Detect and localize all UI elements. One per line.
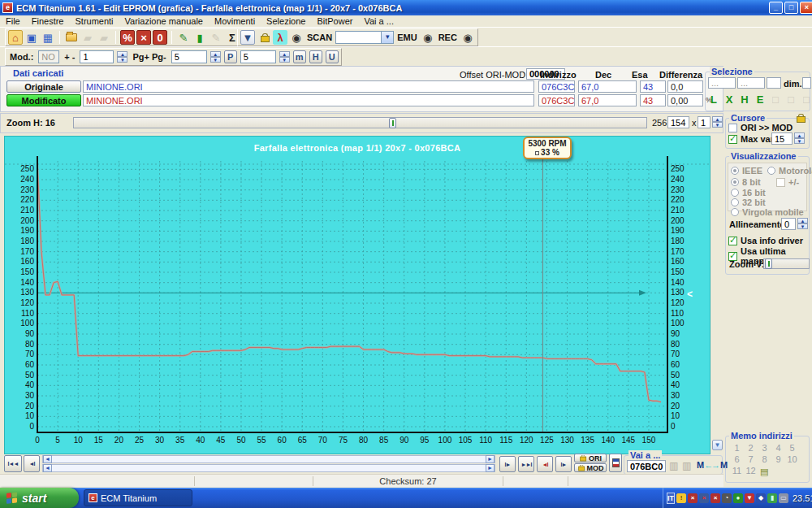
dim-field[interactable]	[802, 77, 811, 89]
menu-item-selezione[interactable]: Selezione	[261, 16, 311, 26]
battery-icon[interactable]: ▮	[767, 493, 777, 503]
emu-record-icon[interactable]: ◉	[421, 30, 435, 45]
edit-map-icon[interactable]: ✎	[176, 30, 191, 45]
step-forward-button[interactable]: I►	[499, 456, 516, 472]
p2-input[interactable]: 5	[240, 50, 276, 63]
restore-button[interactable]: □	[784, 2, 798, 14]
scroll-left-icon[interactable]: ◄	[43, 455, 52, 463]
zoomh-mult-spinner[interactable]: ▲▼	[712, 116, 723, 128]
allineamento-spinner[interactable]: ▲▼	[797, 218, 808, 229]
scheduler-icon[interactable]: ◔	[722, 493, 732, 503]
messenger-icon[interactable]: ◆	[756, 493, 766, 503]
select-h-icon[interactable]: H	[737, 92, 752, 106]
taskbar-item-ecm-titanium[interactable]: e ECM Titanium	[84, 489, 192, 506]
m-button[interactable]: m	[293, 50, 306, 63]
display-filter-icon[interactable]: ▼	[240, 30, 255, 45]
ori-mod-checkbox[interactable]	[728, 124, 737, 132]
go-first-button[interactable]: I◄◄	[4, 455, 22, 472]
ori-mod-checkbox-row[interactable]: ORI >> MOD	[728, 123, 793, 132]
pg-spinner[interactable]: ▲▼	[210, 51, 221, 63]
zoomv-slider[interactable]	[763, 258, 810, 269]
fast-forward-button[interactable]: ►►I	[518, 456, 534, 472]
selezione-count-field[interactable]	[767, 77, 781, 89]
alert-shield-icon[interactable]: !	[676, 493, 686, 503]
green-app-icon[interactable]: ●	[733, 493, 743, 503]
menu-item-variazione-manuale[interactable]: Variazione manuale	[119, 16, 209, 26]
stop-record-icon[interactable]: ◉	[289, 30, 304, 45]
monitor-x-icon[interactable]: ×	[699, 493, 709, 503]
map-chart-svg[interactable]: 0010102020303040405050606070708080909010…	[5, 137, 710, 454]
scroll-left-icon[interactable]: ◄	[43, 464, 52, 472]
zoomv-slider-thumb[interactable]	[765, 258, 772, 269]
chart-scroll-down-button[interactable]: ▼	[712, 440, 723, 450]
p-button[interactable]: P	[224, 50, 237, 63]
step-back-button[interactable]: ◄I	[537, 456, 553, 472]
menu-item-strumenti[interactable]: Strumenti	[69, 16, 119, 26]
max-var-checkbox-row[interactable]: Max var.	[728, 134, 775, 144]
scroll-right-icon[interactable]: ►	[486, 464, 495, 472]
scroll-right-icon[interactable]: ►	[486, 455, 495, 463]
flag-button[interactable]	[609, 454, 622, 472]
table-view-icon[interactable]: ▦	[41, 30, 55, 45]
originale-button[interactable]: Originale	[6, 80, 81, 93]
runner-icon[interactable]: λ	[273, 30, 287, 45]
vai-a-input[interactable]: 076BC0	[627, 460, 666, 472]
rec-record-icon[interactable]: ◉	[460, 30, 475, 45]
step-input[interactable]: 1	[80, 50, 114, 63]
modificato-button[interactable]: Modificato	[6, 94, 81, 106]
scan-select[interactable]	[335, 31, 394, 44]
network-error-icon[interactable]: ×	[688, 493, 698, 503]
zoomh-slider-thumb[interactable]	[389, 118, 396, 128]
selezione-from-field[interactable]: ...	[708, 77, 736, 89]
go-prev-button[interactable]: ◄I	[24, 455, 40, 472]
home-icon[interactable]: ⌂	[8, 30, 23, 45]
scrollbar-mod[interactable]: ◄ ►	[42, 464, 495, 472]
h-button[interactable]: H	[309, 50, 322, 63]
display-tray-icon[interactable]: ▭	[779, 493, 788, 503]
zoomh-mult-field[interactable]: 1	[698, 116, 710, 128]
select-cross-icon[interactable]: X	[722, 92, 736, 106]
antivirus-shield-icon[interactable]: ▼	[745, 493, 754, 503]
usa-info-driver-checkbox[interactable]	[728, 237, 737, 245]
originale-file-field[interactable]: MINIONE.ORI	[83, 80, 534, 93]
step-spinner[interactable]: ▲▼	[117, 51, 127, 63]
menu-item-movimenti[interactable]: Movimenti	[209, 16, 261, 26]
zoomh-count-field[interactable]: 154	[667, 116, 689, 128]
scrollbar-ori[interactable]: ◄ ►	[42, 455, 495, 463]
green-bar-icon[interactable]: ▮	[192, 30, 207, 45]
menu-item-vai-a-[interactable]: Vai a ...	[358, 16, 399, 26]
zoomh-slider[interactable]	[73, 117, 647, 128]
menu-item-finestre[interactable]: Finestre	[26, 16, 70, 26]
chart-collapse-icon[interactable]: <	[687, 289, 693, 300]
variation-delete-icon[interactable]: ×	[136, 30, 151, 45]
pg-input[interactable]: 5	[171, 50, 207, 63]
modificato-file-field[interactable]: MINIONE.ORI	[83, 94, 534, 106]
step-next-button[interactable]: I►	[555, 456, 572, 472]
open-folder-icon[interactable]	[64, 30, 79, 45]
menu-item-file[interactable]: File	[0, 16, 26, 26]
allineamento-field[interactable]: 0	[781, 218, 796, 230]
start-button[interactable]: start	[0, 488, 79, 508]
u-button[interactable]: U	[326, 50, 339, 63]
usa-info-driver-row[interactable]: Usa info driver	[728, 236, 803, 245]
select-row-icon[interactable]: L	[706, 92, 721, 106]
mod-view-button[interactable]: MOD	[574, 463, 607, 472]
ori-view-button[interactable]: ORI	[574, 454, 607, 462]
mod-diff-cell[interactable]: 0,00	[667, 94, 703, 106]
max-var-spinner[interactable]: ▲▼	[794, 132, 805, 144]
memo-next-icon[interactable]: →M	[711, 460, 728, 470]
language-indicator[interactable]: IT	[667, 493, 675, 504]
menu-item-bitpower[interactable]: BitPower	[311, 16, 358, 26]
max-var-checkbox[interactable]	[728, 135, 737, 144]
select-block-icon[interactable]: E	[753, 92, 767, 106]
copy-icon[interactable]: ▣	[24, 30, 39, 45]
memo-save-icon[interactable]: ▤	[760, 467, 768, 477]
variation-zero-icon[interactable]: 0	[153, 30, 167, 45]
lock-icon[interactable]	[257, 30, 271, 45]
minimize-button[interactable]: _	[769, 2, 783, 14]
max-var-field[interactable]: 15	[771, 132, 793, 145]
map-chart-panel[interactable]: 0010102020303040405050606070708080909010…	[4, 136, 710, 454]
sync-error-icon[interactable]: ×	[710, 493, 720, 503]
selezione-to-field[interactable]: ...	[737, 77, 765, 89]
p2-spinner[interactable]: ▲▼	[279, 51, 290, 63]
